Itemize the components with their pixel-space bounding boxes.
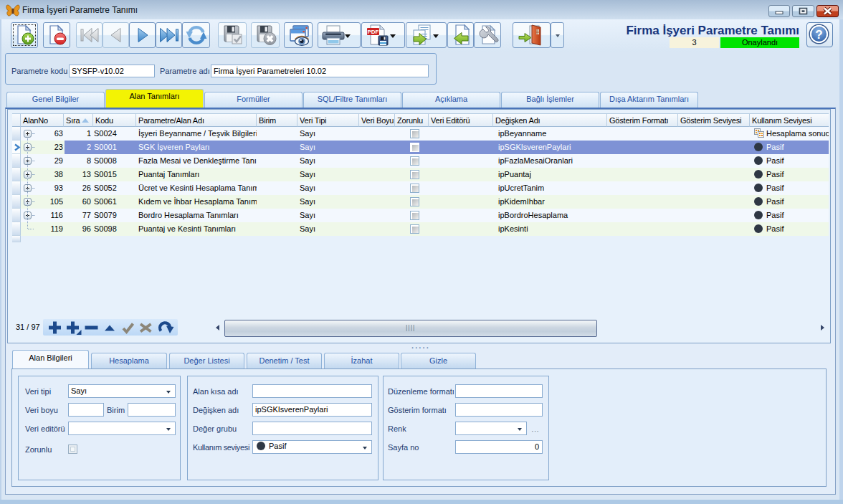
svg-text:PDF: PDF [368,29,379,35]
